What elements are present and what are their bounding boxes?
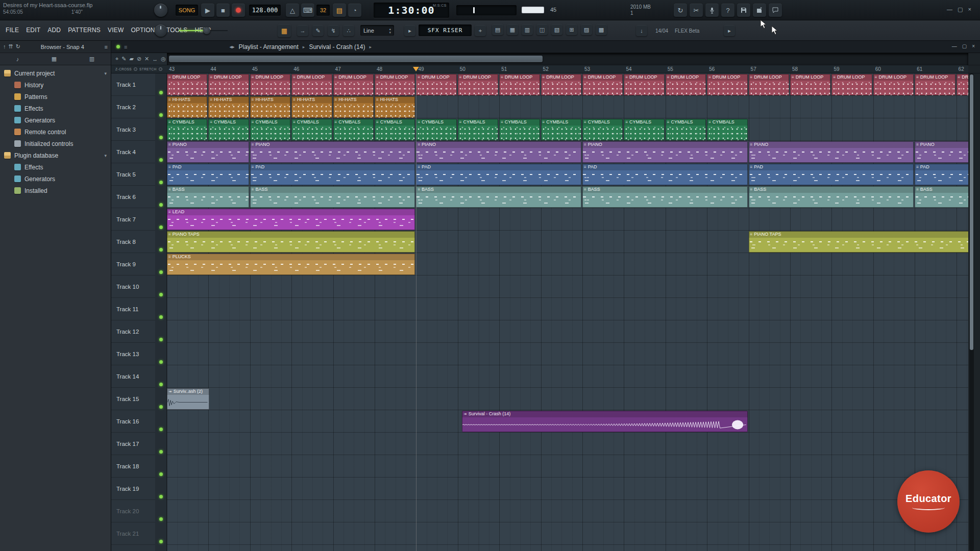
main-volume-slider[interactable] [179,24,228,37]
clip-hi-hats[interactable]: ≡HI-HATS [375,96,415,118]
track-mute-led[interactable] [159,495,163,498]
arrow-tool-icon[interactable]: → [297,25,308,36]
track-name-8[interactable]: Track 8 [111,231,155,253]
vertical-scrollbar[interactable] [969,73,974,551]
pattern-selector[interactable]: SFX RISER [419,24,472,36]
cut-icon[interactable]: ✂ [690,4,703,17]
clip-plucks[interactable]: ≡PLUCKS [167,254,415,275]
browser-item-patterns[interactable]: Patterns [0,91,111,103]
track-name-11[interactable]: Track 11 [111,298,155,320]
playlist-menu-icon[interactable]: ≡ [124,44,127,50]
track-mute-led[interactable] [159,315,163,319]
snap-select[interactable]: Line▴▾ [360,25,394,36]
close-button[interactable]: × [968,6,971,13]
clip-piano-taps[interactable]: ≡PIANO TAPS [167,231,415,253]
clip-drum-loop[interactable]: ≡DRUM LOOP [416,74,456,95]
clip-pad[interactable]: ≡PAD [915,164,968,185]
browser-item-generators[interactable]: Generators [0,114,111,126]
track-name-1[interactable]: Track 1 [111,73,155,96]
clip-drum-loop[interactable]: ≡DRUM LOOP [333,74,374,95]
refresh-icon[interactable]: ↻ [16,43,20,50]
clip-cymbals[interactable]: ≡CYMBALS [707,119,747,140]
clip-drum-loop[interactable]: ≡DRUM LOOP [250,74,290,95]
save-icon[interactable] [737,4,750,17]
plugin-picker-icon[interactable]: ⊞ [566,24,577,35]
browser-item-effects[interactable]: Effects [0,161,111,173]
browser-item-effects[interactable]: Effects [0,103,111,114]
clip-pad[interactable]: ≡PAD [749,164,914,185]
track-mute-led[interactable] [159,383,163,386]
save-new-icon[interactable] [753,4,766,17]
clip-piano[interactable]: ≡PIANO [416,141,581,163]
mixer-icon[interactable]: ◫ [536,24,548,35]
play-button[interactable]: ▶ [201,4,214,17]
clip-drum-loop[interactable]: ≡DRUM LOOP [624,74,664,95]
mic-icon[interactable] [705,4,719,17]
timeline-ruler[interactable]: Z-CROSS STRETCH 434445464748495051525354… [111,65,980,73]
clip-drum-loop[interactable]: ≡DRUM LOOP [499,74,540,95]
clip-hi-hats[interactable]: ≡HI-HATS [250,96,290,118]
tempo-display[interactable]: 128.000 [249,5,281,16]
menu-add[interactable]: ADD [44,27,64,34]
menu-view[interactable]: VIEW [104,27,127,34]
clip-hi-hats[interactable]: ≡HI-HATS [333,96,374,118]
scroll-right-icon[interactable]: ▸ [724,25,735,36]
zcross-knob[interactable] [134,67,137,71]
clip-cymbals[interactable]: ≡CYMBALS [333,119,374,140]
horizontal-scrollbar[interactable] [167,53,968,65]
next-pattern-icon[interactable]: ▸ [404,25,415,36]
track-name-10[interactable]: Track 10 [111,276,155,298]
clip-cymbals[interactable]: ≡CYMBALS [499,119,540,140]
clip-piano[interactable]: ≡PIANO [582,141,748,163]
clip-cymbals[interactable]: ≡CYMBALS [458,119,498,140]
jump-icon[interactable]: ⇈ [9,43,13,50]
maximize-button[interactable]: ▢ [958,6,963,13]
track-mute-led[interactable] [159,472,163,476]
magnet-icon[interactable]: ⌖ [115,56,118,62]
chat-icon[interactable] [769,4,782,17]
clip-cymbals[interactable]: ≡CYMBALS [208,119,249,140]
grid-icon[interactable]: ▦ [52,56,57,62]
record-button[interactable] [232,4,245,17]
stretch-knob[interactable] [159,67,162,71]
clip-pad[interactable]: ≡PAD [167,164,249,185]
clip-drum-loop[interactable]: ≡DRUM LOOP [831,74,872,95]
piano-roll-icon[interactable]: ▦ [507,24,518,35]
up-icon[interactable]: ↑ [3,43,6,50]
wait-icon[interactable]: ◔ [348,4,361,17]
stop-button[interactable]: ■ [216,4,230,17]
draw-tool-icon[interactable]: ✎ [312,25,324,36]
volume-slider-knob[interactable] [203,27,210,34]
clip-cymbals[interactable]: ≡CYMBALS [250,119,290,140]
track-mute-led[interactable] [159,428,163,431]
track-mute-led[interactable] [159,270,163,274]
clip-drum-loop[interactable]: ≡DRUM LOOP [375,74,415,95]
track-name-18[interactable]: Track 18 [111,455,155,478]
clip-pad[interactable]: ≡PAD [582,164,748,185]
clip-drum-loop[interactable]: ≡DRUM LOOP [167,74,207,95]
track-name-14[interactable]: Track 14 [111,365,155,388]
chevron-down-icon[interactable]: ▾ [104,153,107,158]
clip-drum-loop[interactable]: ≡DRUM LOOP [873,74,914,95]
add-pattern-button[interactable]: + [475,25,486,36]
sync-icon[interactable]: ↻ [674,4,687,17]
clip-cymbals[interactable]: ≡CYMBALS [291,119,332,140]
typing-keyboard-icon[interactable]: ⌨ [301,4,314,17]
menu-file[interactable]: FILE [2,27,22,34]
download-icon[interactable]: ↓ [636,25,647,36]
browser-icon[interactable]: ▧ [551,24,562,35]
horizontal-scrollbar-handle[interactable] [169,56,543,62]
clip-hi-hats[interactable]: ≡HI-HATS [167,96,207,118]
channel-rack-toggle-icon[interactable]: ▦ [278,24,291,37]
brush-icon[interactable]: ▰ [129,56,133,62]
mute-icon[interactable]: ✕ [144,56,149,62]
swap-arrows-icon[interactable]: ◂▸ [229,44,234,49]
clip-drum-loop[interactable]: ≡DRUM LOOP [707,74,747,95]
close-button[interactable]: × [972,43,975,49]
browser-menu-icon[interactable]: ≡ [105,44,108,50]
track-name-16[interactable]: Track 16 [111,410,155,433]
track-mute-led[interactable] [159,248,163,252]
clip-pad[interactable]: ≡PAD [250,164,415,185]
clip-drum-loop[interactable]: ≡DRUM LOOP [915,74,955,95]
clip-cymbals[interactable]: ≡CYMBALS [167,119,207,140]
